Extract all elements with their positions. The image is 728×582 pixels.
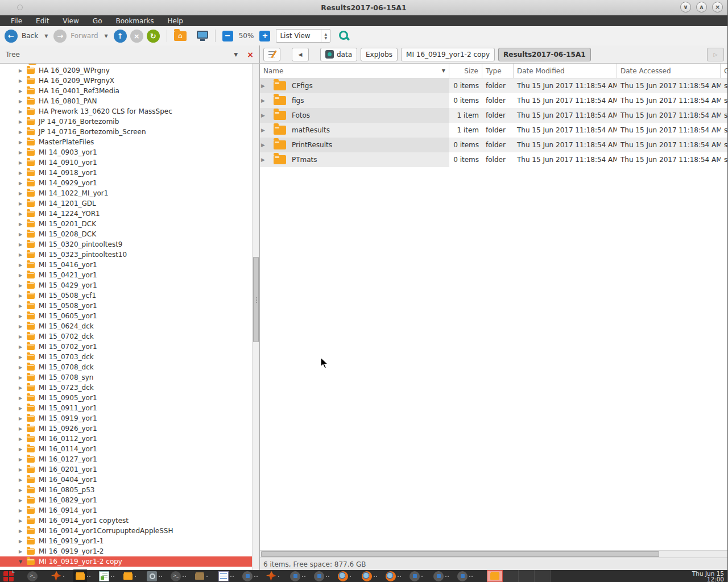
tree-filter-dropdown-icon[interactable]: ▼ [234, 52, 238, 57]
breadcrumb-expjobs[interactable]: ExpJobs [361, 48, 398, 61]
tree-item[interactable]: ▶ MI 16_0829_yor1 [0, 495, 252, 505]
expander-icon[interactable]: ▶ [19, 344, 27, 350]
expander-icon[interactable]: ▶ [260, 98, 269, 103]
tree-item[interactable]: ▶ MI 15_0323_pintooltest10 [0, 250, 252, 260]
workspace-cell[interactable] [519, 570, 535, 582]
tree-item[interactable]: ▶ MI 15_0708_dck [0, 362, 252, 372]
breadcrumb-data[interactable]: data [320, 48, 357, 61]
file-name-cell[interactable]: ▶ matResults [260, 123, 449, 138]
tree-item[interactable]: ▶ MI 15_0911_yor1 [0, 403, 252, 413]
forward-icon[interactable]: → [53, 30, 67, 43]
expander-icon[interactable]: ▶ [19, 201, 27, 206]
expander-icon[interactable]: ▶ [19, 355, 27, 360]
expander-icon[interactable]: ▶ [260, 113, 269, 118]
expander-icon[interactable]: ▶ [19, 78, 27, 84]
tree-item[interactable]: ▶ HA 16_0801_PAN [0, 96, 252, 106]
menu-item[interactable]: File [5, 16, 28, 26]
tree-item[interactable]: ▶ MI 16_0404_yor1 [0, 475, 252, 485]
expander-icon[interactable]: ▶ [19, 375, 27, 380]
stop-button[interactable]: × [130, 30, 143, 43]
expander-icon[interactable]: ▶ [19, 252, 27, 257]
expander-icon[interactable]: ▶ [19, 334, 27, 339]
file-name-cell[interactable]: ▶ PTmats [260, 152, 449, 167]
launcher-icon[interactable] [27, 571, 38, 581]
expander-icon[interactable]: ▶ [19, 426, 27, 431]
view-mode-spinner[interactable]: ▲ ▼ [321, 30, 330, 42]
expander-icon[interactable]: ▶ [19, 498, 27, 503]
spreadsheet-icon[interactable] [98, 570, 117, 582]
expander-icon[interactable]: ▶ [260, 127, 269, 133]
tree-item[interactable]: ▶ MI 16_0914_yor1 copytest [0, 516, 252, 526]
expander-icon[interactable]: ▶ [19, 304, 27, 309]
tree-item[interactable]: ▼ MI 16_0919_yor1-2 copy [0, 556, 252, 567]
menu-item[interactable]: Help [162, 16, 189, 26]
tree-item[interactable]: ▶ MI 15_0416_yor1 [0, 260, 252, 270]
menu-item[interactable]: Edit [30, 16, 55, 26]
file-name-cell[interactable]: ▶ CFfigs [260, 78, 449, 93]
scrollbar-thumb[interactable] [261, 551, 659, 557]
tree-item[interactable]: ▶ MI 15_0723_dck [0, 383, 252, 393]
column-header-name[interactable]: Name ▼ [260, 64, 449, 78]
expander-icon[interactable]: ▶ [19, 283, 27, 288]
launcher-icon[interactable] [386, 571, 396, 581]
tree-item[interactable]: ▶ MI 15_0429_yor1 [0, 280, 252, 290]
tree-item[interactable]: ▶ HA 16_0209_WPrgnyX [0, 76, 252, 86]
generic-app-icon[interactable] [289, 570, 308, 582]
expander-icon[interactable]: ▶ [19, 222, 27, 227]
generic-app-icon[interactable] [456, 570, 475, 582]
expander-icon[interactable]: ▶ [19, 539, 27, 544]
expander-icon[interactable]: ▶ [19, 211, 27, 217]
expander-icon[interactable]: ▶ [19, 447, 27, 452]
tree-item[interactable]: ▶ MI 15_0702_dck [0, 331, 252, 342]
workspace-cell[interactable] [503, 570, 519, 582]
home-button[interactable]: ⌂ [174, 31, 187, 41]
tree-item[interactable]: ▶ MI 16_0914_yor1CorrupuptedAppleSSH [0, 526, 252, 536]
expander-icon[interactable]: ▶ [19, 314, 27, 319]
launcher-icon[interactable] [457, 571, 468, 581]
expander-icon[interactable]: ▶ [19, 130, 27, 135]
file-row[interactable]: ▶ figs 0 items folder Thu 15 Jun 2017 11… [260, 93, 727, 108]
expander-icon[interactable]: ▼ [19, 559, 27, 564]
launcher-icon[interactable] [51, 571, 61, 581]
launcher-icon[interactable] [195, 571, 205, 581]
menu-item[interactable]: Go [86, 16, 109, 26]
file-row[interactable]: ▶ PTmats 0 items folder Thu 15 Jun 2017 … [260, 152, 727, 167]
tree-item[interactable]: ▶ MI 15_0919_yor1 [0, 413, 252, 423]
zoom-in-button[interactable]: + [259, 31, 270, 41]
desktop-button[interactable] [197, 31, 208, 39]
view-mode-select[interactable]: List View ▲ ▼ [276, 29, 330, 43]
expander-icon[interactable]: ▶ [260, 83, 269, 89]
launcher-icon[interactable] [290, 571, 300, 581]
maximize-button[interactable]: ∧ [696, 2, 707, 13]
expander-icon[interactable]: ▶ [19, 436, 27, 442]
tree-item[interactable]: ▶ MI 15_0708_syn [0, 372, 252, 383]
tree-item[interactable]: ▶ MI 14_1022_MI_yor1 [0, 188, 252, 198]
expander-icon[interactable]: ▶ [19, 396, 27, 401]
tree-item[interactable]: ▶ MI 16_0201_yor1 [0, 464, 252, 475]
expander-icon[interactable]: ▶ [19, 160, 27, 165]
launcher-icon[interactable] [171, 571, 181, 581]
tree-item[interactable]: ▶ MI 14_1201_GDL [0, 198, 252, 209]
expander-icon[interactable]: ▶ [260, 157, 269, 163]
scrollbar-thumb[interactable] [253, 257, 259, 342]
back-button[interactable]: ← Back ▼ [5, 30, 50, 43]
launcher-icon[interactable] [99, 571, 109, 581]
tree-item[interactable]: ▶ MI 14_0903_yor1 [0, 147, 252, 157]
tree-item[interactable]: ▶ MI 14_0910_yor1 [0, 157, 252, 168]
file-manager-icon[interactable] [74, 570, 93, 582]
tree-item[interactable]: ▶ MI 15_0926_yor1 [0, 423, 252, 434]
tree-item[interactable]: ▶ MasterPlateFiles [0, 137, 252, 147]
breadcrumb-parent-folder[interactable]: MI 16_0919_yor1-2 copy [401, 48, 495, 61]
launcher-icon[interactable] [123, 571, 133, 581]
app-menu-icon[interactable] [2, 570, 21, 582]
expander-icon[interactable]: ▶ [19, 529, 27, 534]
tree-item[interactable]: ▶ MI 15_0624_dck [0, 321, 252, 331]
expander-icon[interactable]: ▶ [19, 181, 27, 186]
spinner-up-icon[interactable]: ▲ [325, 32, 328, 36]
expander-icon[interactable]: ▶ [19, 508, 27, 513]
tree-item[interactable]: ▶ MI 16_0127_yor1 [0, 454, 252, 464]
file-row[interactable]: ▶ matResults 1 item folder Thu 15 Jun 20… [260, 123, 727, 138]
horizontal-scrollbar[interactable] [260, 550, 727, 558]
zoom-out-button[interactable]: − [222, 31, 233, 41]
tree-item[interactable]: ▶ MI 15_0508_yor1 [0, 301, 252, 311]
